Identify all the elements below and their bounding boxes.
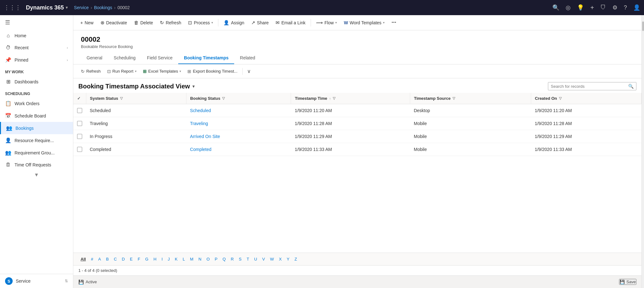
timestamp-filter-icon[interactable]: ▽ xyxy=(333,96,335,100)
col-timestamp-time[interactable]: Timestamp Time ↑ ▽ xyxy=(291,93,410,104)
row-booking-status[interactable]: Scheduled xyxy=(186,104,291,117)
sidebar-item-work-orders[interactable]: 📋 Work Orders xyxy=(0,97,73,110)
alpha-item[interactable]: L xyxy=(180,255,187,263)
col-created-on[interactable]: Created On ▽ xyxy=(531,93,641,104)
alpha-item[interactable]: X xyxy=(277,255,284,263)
alpha-item[interactable]: Q xyxy=(220,255,228,263)
alpha-item[interactable]: D xyxy=(120,255,127,263)
sidebar-item-requirement-groups[interactable]: 👥 Requirement Grou... xyxy=(0,147,73,159)
sidebar-item-pinned[interactable]: 📌 Pinned › xyxy=(0,54,73,66)
system-status-filter-icon[interactable]: ▽ xyxy=(120,96,123,100)
filter-nav-icon[interactable]: ⛉ xyxy=(600,4,606,11)
settings-nav-icon[interactable]: ⚙ xyxy=(612,4,617,11)
breadcrumb-service[interactable]: Service xyxy=(74,5,89,10)
booking-status-link[interactable]: Traveling xyxy=(190,121,208,126)
booking-status-link[interactable]: Scheduled xyxy=(190,108,211,113)
search-nav-icon[interactable]: 🔍 xyxy=(552,4,559,11)
tab-scheduling[interactable]: Scheduling xyxy=(108,52,141,64)
tab-general[interactable]: General xyxy=(81,52,108,64)
alpha-item[interactable]: I xyxy=(159,255,165,263)
export-button[interactable]: ⊞ Export Booking Timest... xyxy=(185,67,240,75)
new-button[interactable]: + New xyxy=(77,18,97,27)
sidebar-item-bookings[interactable]: 👥 Bookings xyxy=(0,122,73,134)
search-input[interactable] xyxy=(551,84,626,89)
alpha-item[interactable]: O xyxy=(204,255,212,263)
timestamp-sort-icon[interactable]: ↑ xyxy=(329,97,331,100)
tab-booking-timestamps[interactable]: Booking Timestamps xyxy=(178,52,234,64)
share-button[interactable]: ↗ Share xyxy=(248,18,272,27)
word-templates-button[interactable]: W Word Templates ▾ xyxy=(341,18,388,27)
flow-button[interactable]: ⟿ Flow ▾ xyxy=(313,18,340,27)
row-checkbox[interactable] xyxy=(77,134,82,139)
alpha-item[interactable]: S xyxy=(237,255,244,263)
run-report-button[interactable]: ⊡ Run Report ▾ xyxy=(105,67,139,75)
row-booking-status[interactable]: Arrived On Site xyxy=(186,130,291,143)
alpha-item[interactable]: G xyxy=(143,255,151,263)
alpha-item[interactable]: W xyxy=(268,255,276,263)
breadcrumb-bookings[interactable]: Bookings xyxy=(94,5,112,10)
help-nav-icon[interactable]: ? xyxy=(624,4,627,11)
alpha-item[interactable]: K xyxy=(173,255,180,263)
alpha-item[interactable]: R xyxy=(228,255,236,263)
alpha-item[interactable]: C xyxy=(112,255,119,263)
alpha-item[interactable]: # xyxy=(89,255,95,263)
alpha-item[interactable]: P xyxy=(213,255,220,263)
tab-related[interactable]: Related xyxy=(234,52,261,64)
alpha-item[interactable]: N xyxy=(196,255,204,263)
col-booking-status[interactable]: Booking Status ▽ xyxy=(186,93,291,104)
app-name[interactable]: Dynamics 365 ▾ xyxy=(26,4,68,11)
alpha-item[interactable]: Y xyxy=(284,255,292,263)
row-checkbox[interactable] xyxy=(77,121,82,126)
sub-refresh-button[interactable]: ↻ Refresh xyxy=(78,67,103,75)
source-filter-icon[interactable]: ▽ xyxy=(453,96,455,100)
created-filter-icon[interactable]: ▽ xyxy=(559,96,562,100)
sidebar-item-resource-requirements[interactable]: 👤 Resource Require... xyxy=(0,134,73,147)
more-commands-button[interactable]: ··· xyxy=(388,17,399,28)
alpha-item[interactable]: V xyxy=(260,255,267,263)
assign-button[interactable]: 👤 Assign xyxy=(220,18,247,27)
alpha-item[interactable]: F xyxy=(136,255,143,263)
assoc-view-chevron[interactable]: ▾ xyxy=(192,84,195,89)
refresh-button[interactable]: ↻ Refresh xyxy=(157,18,184,27)
alpha-item[interactable]: E xyxy=(128,255,135,263)
sidebar-item-dashboards[interactable]: ⊞ Dashboards xyxy=(0,75,73,88)
booking-status-filter-icon[interactable]: ▽ xyxy=(222,96,225,100)
deactivate-button[interactable]: ⊗ Deactivate xyxy=(97,18,130,27)
sidebar-scroll-down[interactable]: ▼ xyxy=(0,171,73,179)
sidebar-toggle[interactable]: ☰ xyxy=(0,15,73,30)
sidebar-item-recent[interactable]: ⏱ Recent › xyxy=(0,42,73,54)
target-icon[interactable]: ◎ xyxy=(566,4,571,11)
alpha-item[interactable]: Z xyxy=(292,255,299,263)
lightbulb-icon[interactable]: 💡 xyxy=(577,4,584,11)
search-icon[interactable]: 🔍 xyxy=(628,84,634,89)
alpha-item[interactable]: T xyxy=(244,255,251,263)
sidebar-item-home[interactable]: ⌂ Home xyxy=(0,30,73,42)
user-nav-icon[interactable]: 👤 xyxy=(633,4,640,11)
excel-templates-button[interactable]: ⊞ Excel Templates ▾ xyxy=(140,67,184,75)
app-name-chevron[interactable]: ▾ xyxy=(66,5,68,10)
delete-button[interactable]: 🗑 Delete xyxy=(131,18,156,27)
alpha-item[interactable]: J xyxy=(166,255,172,263)
sidebar-item-schedule-board[interactable]: 📅 Schedule Board xyxy=(0,110,73,122)
tab-field-service[interactable]: Field Service xyxy=(141,52,178,64)
process-button[interactable]: ⊡ Process ▾ xyxy=(185,18,216,27)
grid-icon[interactable]: ⋮⋮⋮ xyxy=(4,4,21,11)
booking-status-link[interactable]: Arrived On Site xyxy=(190,134,220,139)
select-all-header[interactable]: ✓ xyxy=(73,93,86,104)
alpha-item[interactable]: A xyxy=(96,255,103,263)
right-scrollbar[interactable] xyxy=(641,15,644,288)
row-checkbox[interactable] xyxy=(77,147,82,152)
row-checkbox[interactable] xyxy=(77,108,82,113)
service-section[interactable]: S Service ⇅ xyxy=(0,274,73,288)
alpha-item[interactable]: H xyxy=(151,255,159,263)
alpha-item[interactable]: U xyxy=(252,255,259,263)
email-link-button[interactable]: ✉ Email a Link xyxy=(272,18,308,27)
col-system-status[interactable]: System Status ▽ xyxy=(86,93,186,104)
sub-more-button[interactable]: ∨ xyxy=(245,67,253,75)
row-booking-status[interactable]: Traveling xyxy=(186,117,291,130)
alpha-item[interactable]: All xyxy=(78,255,88,263)
booking-status-link[interactable]: Completed xyxy=(190,147,211,152)
add-nav-icon[interactable]: + xyxy=(590,4,594,11)
sidebar-item-time-off-requests[interactable]: 🗓 Time Off Requests xyxy=(0,159,73,171)
row-booking-status[interactable]: Completed xyxy=(186,143,291,156)
